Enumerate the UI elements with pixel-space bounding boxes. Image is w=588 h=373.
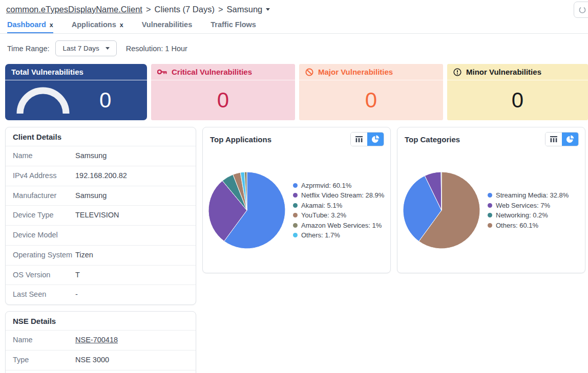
top-categories-panel: Top Categories — [397, 127, 585, 273]
ban-icon — [305, 68, 313, 76]
time-range-label: Time Range: — [7, 45, 49, 53]
pie-chart-icon — [371, 135, 380, 143]
breadcrumb-separator: > — [146, 5, 151, 14]
gauge-icon — [16, 85, 70, 115]
close-tab-icon[interactable]: x — [120, 21, 123, 29]
legend-dot-icon — [293, 183, 298, 188]
detail-label: Operating System — [13, 250, 75, 261]
close-tab-icon[interactable]: x — [50, 21, 53, 29]
legend-item[interactable]: YouTube: 3.2% — [293, 210, 384, 221]
detail-label: Manufacturer — [13, 190, 75, 202]
card-title: Total Vulnerabilities — [11, 68, 83, 76]
detail-value: 192.168.200.82 — [75, 170, 127, 182]
detail-value: NSE 3000 — [75, 355, 109, 366]
legend-label: Akamai: 5.1% — [301, 201, 342, 211]
nse-details-panel: NSE Details NameNSE-700418TypeNSE 3000MA… — [5, 311, 196, 373]
breadcrumb-root-link[interactable]: common.eTypesDisplayName.Client — [6, 5, 142, 14]
legend-item[interactable]: Others: 1.7% — [293, 230, 384, 240]
legend-label: Others: 60.1% — [496, 221, 538, 231]
tab-applications[interactable]: Applications x — [72, 20, 123, 33]
legend-label: Amazon Web Services: 1% — [301, 221, 382, 231]
major-vulnerabilities-card: Major Vulnerabilities 0 — [299, 64, 443, 120]
detail-label: OS Version — [13, 270, 75, 281]
legend-dot-icon — [488, 223, 492, 228]
total-vulnerabilities-card: Total Vulnerabilities 0 — [5, 64, 147, 120]
time-range-dropdown[interactable]: Last 7 Days — [55, 40, 116, 56]
legend-label: Networking: 0.2% — [496, 210, 548, 221]
legend-dot-icon — [293, 223, 298, 228]
tab-dashboard[interactable]: Dashboard x — [7, 20, 53, 33]
chart-type-toggle — [350, 132, 384, 146]
legend-label: Streaming Media: 32.8% — [496, 190, 569, 201]
corner-button[interactable] — [574, 2, 588, 18]
legend-dot-icon — [488, 203, 492, 208]
chevron-down-icon — [106, 47, 110, 50]
breadcrumb: common.eTypesDisplayName.Client > Client… — [0, 0, 588, 14]
legend-item[interactable]: Others: 60.1% — [488, 221, 569, 231]
key-icon — [157, 69, 167, 75]
client-details-panel: Client Details NameSamsungIPv4 Address19… — [5, 127, 196, 305]
detail-row: Operating SystemTizen — [6, 245, 196, 265]
minor-vulnerabilities-card: Minor Vulnerabilities 0 — [447, 64, 588, 120]
detail-label: Device Type — [13, 210, 75, 221]
detail-label: Last Seen — [13, 289, 75, 300]
applications-pie-chart — [206, 169, 288, 251]
vulnerability-summary-row: Total Vulnerabilities 0 Critical Vulnera… — [5, 64, 588, 120]
legend-item[interactable]: Streaming Media: 32.8% — [488, 190, 569, 201]
card-title: Minor Vulnerabilities — [466, 68, 541, 76]
critical-vulnerabilities-count: 0 — [217, 90, 229, 111]
legend-dot-icon — [293, 213, 298, 217]
legend-item[interactable]: Web Services: 7% — [488, 201, 569, 211]
power-icon — [578, 6, 586, 14]
legend-label: Netflix Video Stream: 28.9% — [301, 190, 384, 201]
tab-vulnerabilities[interactable]: Vulnerabilities — [142, 20, 193, 33]
detail-label: Type — [13, 355, 75, 366]
legend-dot-icon — [293, 233, 298, 237]
chart-legend: Azprmvid: 60.1%Netflix Video Stream: 28.… — [293, 181, 384, 240]
pie-chart-toggle-button[interactable] — [367, 133, 384, 146]
total-vulnerabilities-count: 0 — [99, 90, 111, 111]
detail-row: Device TypeTELEVISION — [6, 205, 196, 225]
minor-vulnerabilities-count: 0 — [512, 90, 523, 111]
legend-label: Others: 1.7% — [301, 230, 340, 240]
major-vulnerabilities-count: 0 — [365, 90, 377, 111]
chart-type-toggle — [545, 132, 579, 146]
detail-label: Name — [13, 150, 75, 162]
detail-row: MAC Address30:CB:C7:70:04:18 — [6, 370, 196, 373]
detail-value: TELEVISION — [75, 210, 119, 221]
tab-traffic-flows[interactable]: Traffic Flows — [211, 20, 256, 33]
bar-chart-toggle-button[interactable] — [351, 133, 367, 146]
legend-item[interactable]: Netflix Video Stream: 28.9% — [293, 190, 384, 201]
legend-item[interactable]: Akamai: 5.1% — [293, 201, 384, 211]
detail-value: - — [75, 289, 78, 300]
chevron-down-icon — [266, 8, 270, 11]
bar-chart-icon — [355, 136, 363, 143]
detail-label: IPv4 Address — [13, 170, 75, 182]
legend-item[interactable]: Azprmvid: 60.1% — [293, 181, 384, 191]
tab-bar: Dashboard x Applications x Vulnerabiliti… — [0, 20, 588, 34]
legend-label: Azprmvid: 60.1% — [301, 181, 351, 191]
detail-value: T — [75, 270, 80, 281]
pie-chart-toggle-button[interactable] — [562, 133, 578, 146]
pie-chart-icon — [566, 135, 574, 143]
legend-dot-icon — [488, 213, 492, 217]
panel-title: Top Applications — [210, 135, 271, 144]
bar-chart-toggle-button[interactable] — [545, 133, 562, 146]
breadcrumb-current-dropdown[interactable]: Samsung — [227, 5, 270, 14]
legend-item[interactable]: Networking: 0.2% — [488, 210, 569, 221]
filter-bar: Time Range: Last 7 Days Resolution: 1 Ho… — [0, 34, 588, 64]
panel-title: Top Categories — [405, 135, 460, 144]
detail-value-link[interactable]: NSE-700418 — [75, 335, 118, 346]
detail-row: NameSamsung — [6, 146, 196, 166]
detail-row: IPv4 Address192.168.200.82 — [6, 166, 196, 186]
detail-label: Name — [13, 335, 75, 346]
critical-vulnerabilities-card: Critical Vulnerabilities 0 — [151, 64, 295, 120]
top-applications-panel: Top Applications — [202, 127, 391, 273]
panel-title: Client Details — [6, 127, 196, 146]
legend-item[interactable]: Amazon Web Services: 1% — [293, 221, 384, 231]
detail-value: Samsung — [75, 190, 107, 202]
categories-pie-chart — [401, 169, 482, 251]
chart-legend: Streaming Media: 32.8%Web Services: 7%Ne… — [488, 190, 569, 230]
detail-row: TypeNSE 3000 — [6, 350, 196, 370]
card-title: Major Vulnerabilities — [318, 68, 393, 76]
